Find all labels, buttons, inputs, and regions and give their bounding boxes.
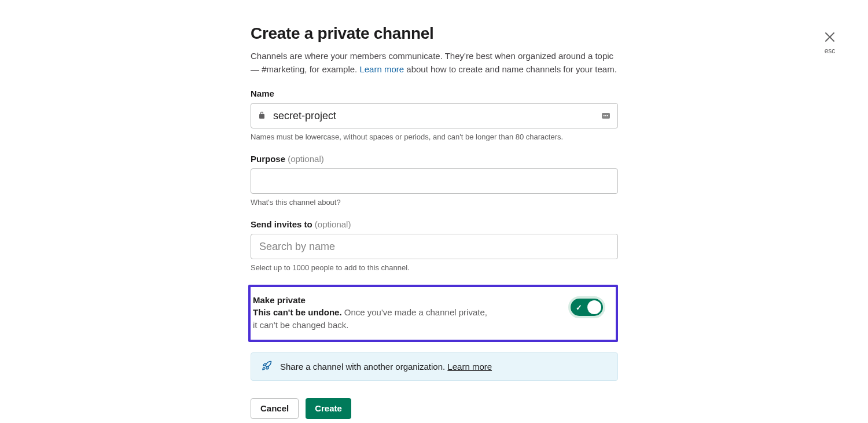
learn-more-link[interactable]: Learn more bbox=[359, 64, 404, 74]
make-private-warning-bold: This can't be undone. bbox=[253, 307, 342, 317]
create-channel-modal: Create a private channel Channels are wh… bbox=[251, 24, 618, 419]
invites-helper: Select up to 1000 people to add to this … bbox=[251, 263, 618, 272]
close-label: esc bbox=[825, 47, 836, 55]
make-private-section: Make private This can't be undone. Once … bbox=[248, 285, 618, 342]
share-banner: Share a channel with another organizatio… bbox=[251, 352, 618, 381]
name-input[interactable] bbox=[251, 103, 618, 128]
close-icon bbox=[824, 30, 836, 45]
button-row: Cancel Create bbox=[251, 398, 618, 419]
purpose-optional: (optional) bbox=[288, 154, 324, 164]
purpose-label-text: Purpose bbox=[251, 154, 288, 164]
keyboard-icon bbox=[602, 113, 610, 119]
cancel-button[interactable]: Cancel bbox=[251, 398, 299, 419]
close-button[interactable]: esc bbox=[824, 30, 836, 55]
purpose-field-group: Purpose (optional) What's this channel a… bbox=[251, 154, 618, 207]
name-input-wrapper bbox=[251, 103, 618, 128]
make-private-text: Make private This can't be undone. Once … bbox=[251, 295, 494, 332]
modal-title: Create a private channel bbox=[251, 24, 618, 43]
make-private-toggle[interactable]: ✓ bbox=[568, 296, 605, 318]
invites-label: Send invites to (optional) bbox=[251, 219, 618, 229]
purpose-input[interactable] bbox=[251, 168, 618, 194]
toggle-knob bbox=[587, 300, 601, 314]
rocket-icon bbox=[262, 361, 272, 373]
name-label: Name bbox=[251, 89, 618, 98]
purpose-label: Purpose (optional) bbox=[251, 154, 618, 164]
invites-optional: (optional) bbox=[315, 219, 351, 229]
modal-description: Channels are where your members communic… bbox=[251, 50, 618, 76]
name-helper: Names must be lowercase, without spaces … bbox=[251, 133, 618, 141]
description-text-after: about how to create and name channels fo… bbox=[404, 64, 617, 74]
create-button[interactable]: Create bbox=[306, 398, 351, 419]
share-banner-text: Share a channel with another organizatio… bbox=[280, 362, 492, 371]
share-text: Share a channel with another organizatio… bbox=[280, 362, 447, 371]
check-icon: ✓ bbox=[576, 303, 582, 312]
invites-input[interactable] bbox=[251, 234, 618, 259]
purpose-helper: What's this channel about? bbox=[251, 198, 618, 207]
lock-icon bbox=[259, 111, 265, 120]
make-private-label: Make private bbox=[253, 295, 494, 305]
invites-label-text: Send invites to bbox=[251, 219, 315, 229]
name-field-group: Name Names must be lowercase, without sp… bbox=[251, 89, 618, 141]
invites-field-group: Send invites to (optional) Select up to … bbox=[251, 219, 618, 272]
share-learn-more-link[interactable]: Learn more bbox=[447, 362, 492, 371]
make-private-description: This can't be undone. Once you've made a… bbox=[253, 306, 494, 332]
